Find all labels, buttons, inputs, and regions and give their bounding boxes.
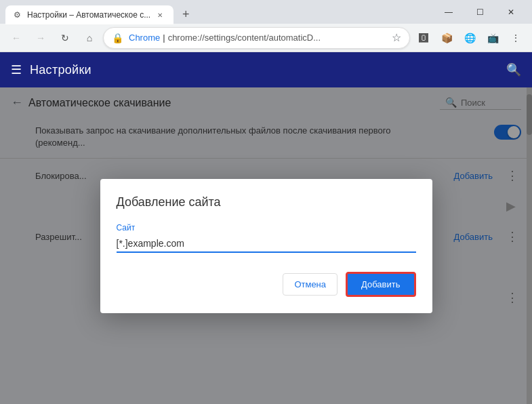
settings-title: Настройки bbox=[30, 63, 91, 77]
bookmark-star-icon[interactable]: ☆ bbox=[392, 31, 401, 44]
active-tab[interactable]: ⚙ Настройки – Автоматическое с... ✕ bbox=[5, 5, 173, 24]
chrome-label: Chrome bbox=[129, 33, 160, 43]
modal-overlay: Добавление сайта Сайт Отмена Добавить bbox=[0, 87, 532, 404]
maximize-button[interactable]: ☐ bbox=[464, 0, 495, 24]
translate-icon[interactable]: 🌐 bbox=[459, 27, 480, 49]
tab-title: Настройки – Автоматическое с... bbox=[27, 10, 150, 20]
dialog-actions: Отмена Добавить bbox=[117, 272, 416, 297]
site-input[interactable] bbox=[117, 235, 416, 253]
search-icon[interactable]: 🔍 bbox=[506, 62, 521, 77]
toolbar-icons: 🅾 📦 🌐 📺 ⋮ bbox=[413, 27, 527, 49]
tab-close-button[interactable]: ✕ bbox=[155, 9, 165, 20]
back-button[interactable]: ← bbox=[5, 27, 27, 49]
address-text: Chrome | chrome://settings/content/autom… bbox=[129, 33, 386, 43]
navbar: ← → ↻ ⌂ 🔒 Chrome | chrome://settings/con… bbox=[0, 24, 532, 52]
tab-favicon: ⚙ bbox=[14, 10, 23, 20]
refresh-button[interactable]: ↻ bbox=[54, 27, 76, 49]
minimize-button[interactable]: — bbox=[433, 0, 464, 24]
settings-area: ☰ Настройки 🔍 ← Автоматическое скачивани… bbox=[0, 52, 532, 404]
extension-icon-1[interactable]: 📦 bbox=[436, 27, 457, 49]
address-path: chrome://settings/content/automaticD... bbox=[168, 33, 321, 43]
hamburger-menu-icon[interactable]: ☰ bbox=[11, 62, 22, 77]
site-info-icon: 🔒 bbox=[112, 33, 123, 43]
site-field-label: Сайт bbox=[117, 223, 416, 233]
menu-button[interactable]: ⋮ bbox=[505, 27, 527, 49]
add-button[interactable]: Добавить bbox=[346, 272, 415, 297]
dialog-title: Добавление сайта bbox=[117, 195, 416, 209]
cast-icon[interactable]: 📺 bbox=[482, 27, 504, 49]
home-button[interactable]: ⌂ bbox=[79, 27, 100, 49]
forward-button[interactable]: → bbox=[30, 27, 52, 49]
new-tab-button[interactable]: + bbox=[176, 5, 195, 24]
settings-header: ☰ Настройки 🔍 bbox=[0, 52, 532, 87]
cancel-button[interactable]: Отмена bbox=[283, 273, 337, 296]
address-separator: | bbox=[163, 33, 165, 43]
tab-strip: ⚙ Настройки – Автоматическое с... ✕ + bbox=[5, 0, 433, 24]
add-site-dialog: Добавление сайта Сайт Отмена Добавить bbox=[100, 179, 432, 313]
settings-content: ← Автоматическое скачивание 🔍 Поиск Пока… bbox=[0, 87, 532, 404]
opera-icon[interactable]: 🅾 bbox=[413, 27, 434, 49]
window-controls: — ☐ ✕ bbox=[433, 0, 527, 24]
close-button[interactable]: ✕ bbox=[495, 0, 527, 24]
address-bar[interactable]: 🔒 Chrome | chrome://settings/content/aut… bbox=[103, 27, 410, 49]
titlebar: ⚙ Настройки – Автоматическое с... ✕ + — … bbox=[0, 0, 532, 24]
